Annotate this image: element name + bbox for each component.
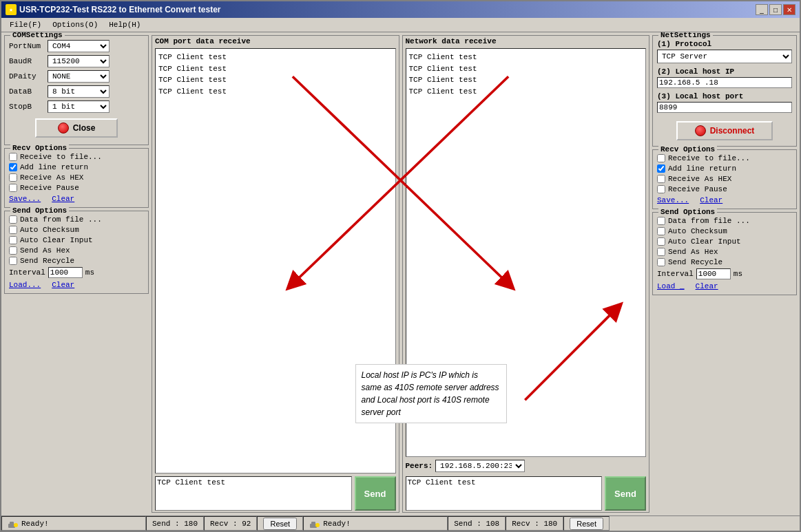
local-ip-input[interactable] <box>657 77 792 88</box>
com-ready-text: Ready! <box>21 520 49 528</box>
net-send-options-title: Send Options <box>658 208 717 216</box>
com-send-autoclear-checkbox[interactable] <box>9 236 17 244</box>
com-interval-input[interactable] <box>48 267 83 278</box>
net-recv-opt-2: Receive As HEX <box>657 175 792 183</box>
net-send-checksum-checkbox[interactable] <box>657 227 665 235</box>
net-recv-opt-3: Receive Pause <box>657 185 792 193</box>
net-send-load-link[interactable]: Load _ <box>657 282 685 290</box>
com-send-file-checkbox[interactable] <box>9 215 17 224</box>
local-port-input[interactable] <box>657 102 792 113</box>
left-panel: COMSettings PortNum COM4 COM1 COM2 COM3 … <box>4 35 149 513</box>
net-send-autoclear-checkbox[interactable] <box>657 237 665 246</box>
peers-select[interactable]: 192.168.5.200:23 <box>435 460 525 472</box>
net-send-button[interactable]: Send <box>605 476 646 511</box>
net-reset-segment: Reset <box>563 516 610 531</box>
net-recv-clear-link[interactable]: Clear <box>700 196 722 204</box>
peers-label: Peers: <box>406 462 433 470</box>
menu-help[interactable]: Help(H) <box>103 19 146 30</box>
menubar: File(F) Options(O) Help(H) <box>1 18 800 32</box>
protocol-label: (1) Protocol <box>657 40 792 48</box>
svg-rect-4 <box>10 522 14 524</box>
menu-file[interactable]: File(F) <box>4 19 47 30</box>
com-send-opt-4: Send Recycle <box>9 257 144 265</box>
com-send-options-group: Send Options Data from file ... Auto Che… <box>4 211 149 294</box>
com-status-icon <box>8 518 19 529</box>
disconnect-button[interactable]: Disconnect <box>676 121 773 140</box>
dpaity-select[interactable]: NONE ODD EVEN <box>48 70 110 83</box>
data-panels-wrapper: COM port data receive TCP Client test TC… <box>152 35 649 513</box>
net-send-opt-4: Send Recycle <box>657 258 792 266</box>
net-interval-input[interactable] <box>696 268 731 279</box>
net-recv-opt-0: Receive to file... <box>657 154 792 162</box>
close-dot-icon <box>58 123 69 134</box>
net-settings-group: NetSettings (1) Protocol TCP Server TCP … <box>652 35 797 147</box>
net-send-opt-1: Auto Checksum <box>657 227 792 235</box>
app-icon: ★ <box>6 4 17 15</box>
com-recv-linereturn-checkbox[interactable] <box>9 163 17 171</box>
net-recv-file-checkbox[interactable] <box>657 154 665 162</box>
net-send-options-group: Send Options Data from file ... Auto Che… <box>652 212 797 295</box>
datab-select[interactable]: 8 bit 5 bit 6 bit 7 bit <box>48 85 110 98</box>
net-send-hex-checkbox[interactable] <box>657 248 665 256</box>
net-send-opt-2: Auto Clear Input <box>657 237 792 246</box>
com-recv-hex-checkbox[interactable] <box>9 173 17 182</box>
window-close-button[interactable]: ✕ <box>783 4 795 15</box>
net-recv-hex-checkbox[interactable] <box>657 175 665 183</box>
net-recv-status: Recv : 180 <box>506 516 563 531</box>
local-ip-label: (2) Local host IP <box>657 67 792 76</box>
com-send-clear-link[interactable]: Clear <box>52 281 74 289</box>
main-window: ★ USR-TCP232-Test RS232 to Ethernet Conv… <box>0 0 801 532</box>
net-recv-save-link[interactable]: Save... <box>657 196 689 204</box>
com-settings-title: COMSettings <box>10 32 65 39</box>
net-data-panel-title: Network data receive <box>403 36 649 47</box>
net-send-file-checkbox[interactable] <box>657 217 665 225</box>
minimize-button[interactable]: _ <box>756 4 768 15</box>
com-reset-button[interactable]: Reset <box>263 518 297 530</box>
stopb-label: StopB <box>9 103 45 111</box>
net-recv-pause-checkbox[interactable] <box>657 185 665 193</box>
net-send-input[interactable]: TCP Client test <box>406 476 603 511</box>
com-send-recycle-checkbox[interactable] <box>9 257 17 265</box>
maximize-button[interactable]: □ <box>769 4 782 15</box>
com-recv-clear-link[interactable]: Clear <box>52 195 74 203</box>
svg-rect-7 <box>311 522 315 524</box>
net-send-status: Send : 108 <box>448 516 506 531</box>
portnum-select[interactable]: COM4 COM1 COM2 COM3 <box>48 40 110 52</box>
com-status-segment: Ready! <box>1 516 146 531</box>
com-send-opt-0: Data from file ... <box>9 215 144 224</box>
com-send-status: Send : 180 <box>146 516 204 531</box>
com-reset-segment: Reset <box>257 516 303 531</box>
com-send-checksum-checkbox[interactable] <box>9 226 17 234</box>
local-port-label: (3) Local host port <box>657 92 792 100</box>
com-send-load-link[interactable]: Load... <box>9 281 41 289</box>
net-settings-title: NetSettings <box>658 32 713 39</box>
com-send-opt-3: Send As Hex <box>9 246 144 255</box>
com-data-panel-title: COM port data receive <box>152 36 399 47</box>
net-send-clear-link[interactable]: Clear <box>696 282 718 290</box>
net-send-row: TCP Client test Send <box>406 476 647 511</box>
com-recv-file-checkbox[interactable] <box>9 153 17 161</box>
com-recv-pause-checkbox[interactable] <box>9 184 17 192</box>
net-recv-linereturn-checkbox[interactable] <box>657 164 665 173</box>
baudr-select[interactable]: 115200 9600 19200 38400 57600 <box>48 55 110 67</box>
com-data-panel: COM port data receive TCP Client test TC… <box>152 35 399 513</box>
net-send-recycle-checkbox[interactable] <box>657 258 665 266</box>
annotation-box: Local host IP is PC's IP which is same a… <box>355 364 507 423</box>
protocol-select[interactable]: TCP Server TCP Client UDP Server UDP Cli… <box>657 50 792 63</box>
menu-options[interactable]: Options(O) <box>47 19 103 30</box>
com-send-hex-checkbox[interactable] <box>9 246 17 255</box>
com-recv-opt-2: Receive As HEX <box>9 173 144 182</box>
com-recv-save-link[interactable]: Save... <box>9 195 41 203</box>
com-close-button[interactable]: Close <box>35 118 118 138</box>
peers-row: Peers: 192.168.5.200:23 <box>403 458 649 474</box>
statusbar: Ready! Send : 180 Recv : 92 Reset Ready!… <box>1 515 800 531</box>
window-title: USR-TCP232-Test RS232 to Ethernet Conver… <box>19 5 221 14</box>
stopb-select[interactable]: 1 bit 2 bit <box>48 100 110 113</box>
com-send-opt-1: Auto Checksum <box>9 226 144 234</box>
com-send-input[interactable]: TCP Client test <box>155 476 352 511</box>
annotation-text: Local host IP is PC's IP which is same a… <box>362 370 499 417</box>
com-send-button[interactable]: Send <box>355 476 396 511</box>
net-reset-button[interactable]: Reset <box>570 518 603 530</box>
title-bar: ★ USR-TCP232-Test RS232 to Ethernet Conv… <box>1 1 800 18</box>
com-recv-opt-3: Receive Pause <box>9 184 144 192</box>
